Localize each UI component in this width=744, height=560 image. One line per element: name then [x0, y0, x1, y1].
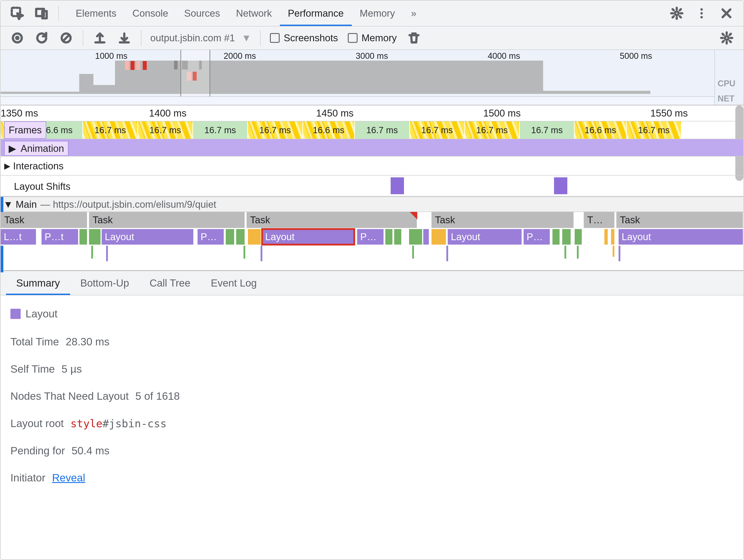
load-profile-icon[interactable]: [90, 28, 110, 48]
frame-segment[interactable]: 16.7 ms: [83, 121, 138, 139]
screenshots-label: Screenshots: [284, 32, 338, 43]
layout-shift-event[interactable]: [390, 177, 404, 194]
flame-call[interactable]: [385, 229, 393, 245]
flame-call[interactable]: P…t: [41, 229, 79, 245]
performance-toolbar: output.jsbin.com #1 ▼ Screenshots Memory: [1, 27, 743, 50]
frame-duration-label: 16.7 ms: [638, 125, 670, 135]
frame-duration-label: 16.6 ms: [313, 125, 344, 135]
flame-call[interactable]: [432, 229, 446, 245]
frame-segment[interactable]: 16.7 ms: [248, 121, 303, 139]
checkbox-icon: [270, 33, 280, 43]
interactions-track[interactable]: ▶ Interactions: [1, 156, 743, 176]
selected-layout-event[interactable]: Layout: [262, 229, 354, 245]
flame-call[interactable]: [423, 229, 429, 245]
tab-memory[interactable]: Memory: [352, 1, 403, 26]
frame-segment[interactable]: 16.7 ms: [520, 121, 575, 139]
collapse-arrow-icon[interactable]: ▼: [3, 199, 13, 210]
save-profile-icon[interactable]: [114, 28, 134, 48]
tab-network[interactable]: Network: [228, 1, 280, 26]
tab-sources[interactable]: Sources: [176, 1, 228, 26]
layout-shift-event[interactable]: [554, 177, 567, 194]
overview-right-labels: CPU NET: [714, 50, 743, 105]
tasks-row[interactable]: TaskTaskTaskTaskT…Task: [1, 212, 743, 228]
summary-event-name: Layout: [26, 304, 58, 324]
tab-elements[interactable]: Elements: [68, 1, 124, 26]
flame-call[interactable]: Layout: [619, 229, 743, 245]
flame-call[interactable]: [604, 229, 608, 245]
frame-segment[interactable]: 16.7 ms: [193, 121, 248, 139]
overview-minimap[interactable]: 1000 ms 2000 ms 3000 ms 4000 ms 5000 ms …: [1, 50, 743, 105]
svg-point-8: [15, 36, 20, 40]
flame-call[interactable]: Layout: [448, 229, 522, 245]
details-pane: Summary Bottom-Up Call Tree Event Log La…: [1, 270, 743, 505]
overview-viewport-selection[interactable]: [181, 50, 210, 96]
task-bar[interactable]: T…: [584, 212, 615, 228]
flame-call[interactable]: [89, 229, 101, 245]
frame-segment[interactable]: 16.7 ms: [410, 121, 465, 139]
frame-segment[interactable]: 16.6 ms: [303, 121, 355, 139]
tab-call-tree[interactable]: Call Tree: [139, 271, 201, 295]
expand-arrow-icon[interactable]: ▶: [9, 143, 16, 154]
task-bar[interactable]: Task: [432, 212, 574, 228]
kebab-menu-icon[interactable]: [693, 3, 710, 23]
flame-call[interactable]: [236, 229, 245, 245]
frame-segment[interactable]: 16.7 ms: [355, 121, 410, 139]
task-bar[interactable]: Task: [247, 212, 417, 228]
flame-call[interactable]: [248, 229, 261, 245]
clear-icon[interactable]: [56, 28, 76, 48]
frame-segment[interactable]: 16.7 ms: [627, 121, 682, 139]
flame-spike: [612, 246, 615, 257]
flame-call[interactable]: [79, 229, 88, 245]
settings-gear-icon[interactable]: [668, 3, 685, 23]
overview-tick: 5000 ms: [620, 51, 652, 61]
reveal-link[interactable]: Reveal: [52, 468, 85, 487]
main-thread-url: — https://output.jsbin.com/elisum/9/quie…: [40, 199, 216, 210]
flame-call[interactable]: [611, 229, 615, 245]
flame-spike: [619, 246, 620, 261]
tab-console[interactable]: Console: [124, 1, 176, 26]
main-thread-header[interactable]: ▼ Main — https://output.jsbin.com/elisum…: [1, 196, 743, 212]
flame-call[interactable]: L…t: [1, 229, 36, 245]
flame-calls-row[interactable]: L…tP…tLayoutP…LayoutP…LayoutP…Layout: [1, 228, 743, 246]
inspect-element-icon[interactable]: [7, 3, 27, 23]
memory-checkbox[interactable]: Memory: [348, 32, 397, 43]
flame-call[interactable]: P…: [357, 229, 384, 245]
flame-call[interactable]: Layout: [102, 229, 194, 245]
record-button-icon[interactable]: [7, 28, 27, 48]
flame-call[interactable]: P…: [197, 229, 224, 245]
tab-performance[interactable]: Performance: [280, 1, 352, 26]
flame-call[interactable]: P…: [524, 229, 550, 245]
task-bar[interactable]: Task: [1, 212, 87, 228]
close-devtools-icon[interactable]: [717, 3, 735, 23]
flame-call[interactable]: [394, 229, 402, 245]
flame-call[interactable]: [409, 229, 422, 245]
flame-call[interactable]: [562, 229, 571, 245]
overview-tick: 1000 ms: [95, 51, 127, 61]
tab-event-log[interactable]: Event Log: [201, 271, 267, 295]
more-tabs-chevron-icon[interactable]: »: [403, 1, 424, 26]
task-bar[interactable]: Task: [89, 212, 245, 228]
animation-track[interactable]: ▶ Animation: [1, 139, 743, 156]
device-toolbar-icon[interactable]: [32, 3, 52, 23]
expand-arrow-icon[interactable]: ▶: [4, 161, 10, 171]
frame-segment[interactable]: 16.7 ms: [138, 121, 193, 139]
frame-segment[interactable]: 16.7 ms: [465, 121, 520, 139]
recording-selector[interactable]: output.jsbin.com #1 ▼: [150, 32, 251, 43]
flame-call[interactable]: [574, 229, 582, 245]
task-bar[interactable]: Task: [617, 212, 743, 228]
summary-value: 5 µs: [62, 360, 82, 379]
flame-call[interactable]: [553, 229, 560, 245]
reload-and-record-icon[interactable]: [32, 28, 52, 48]
summary-key: Nodes That Need Layout: [10, 387, 129, 406]
flame-chart[interactable]: 1350 ms 1400 ms 1450 ms 1500 ms 1550 ms …: [1, 105, 743, 270]
flame-call[interactable]: [226, 229, 235, 245]
screenshots-checkbox[interactable]: Screenshots: [270, 32, 338, 43]
memory-label: Memory: [362, 32, 397, 43]
frame-segment[interactable]: 16.6 ms: [574, 121, 627, 139]
capture-settings-gear-icon[interactable]: [717, 28, 737, 48]
tab-summary[interactable]: Summary: [6, 271, 70, 295]
layout-shifts-track[interactable]: Layout Shifts: [1, 176, 743, 196]
tab-bottom-up[interactable]: Bottom-Up: [70, 271, 139, 295]
frames-track[interactable]: ns16.6 ms16.7 ms16.7 ms16.7 ms16.7 ms16.…: [1, 121, 743, 139]
delete-profile-icon[interactable]: [404, 28, 424, 48]
